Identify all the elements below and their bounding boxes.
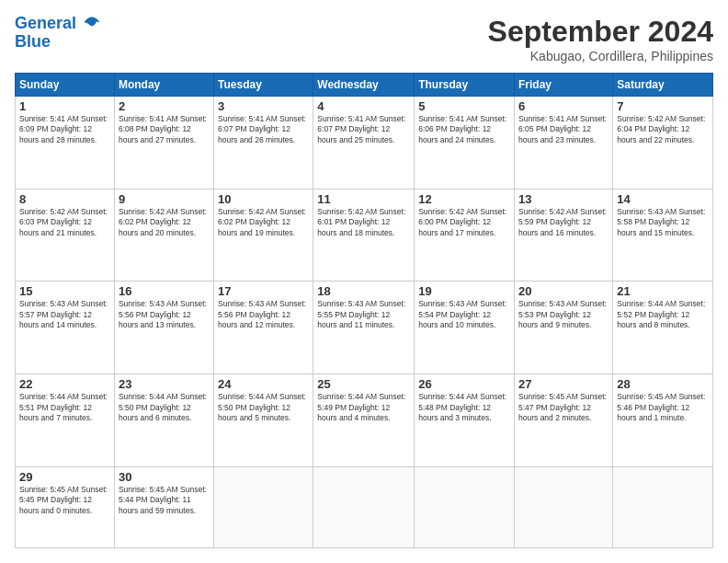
day-number: 25 [317, 377, 410, 391]
day-cell-14: 14Sunrise: 5:43 AM Sunset: 5:58 PM Dayli… [613, 189, 713, 282]
day-cell-7: 7Sunrise: 5:42 AM Sunset: 6:04 PM Daylig… [613, 97, 713, 190]
day-info: Sunrise: 5:44 AM Sunset: 5:50 PM Dayligh… [119, 392, 210, 423]
day-number: 10 [218, 192, 309, 206]
day-info: Sunrise: 5:43 AM Sunset: 5:57 PM Dayligh… [19, 299, 110, 330]
day-cell-20: 20Sunrise: 5:43 AM Sunset: 5:53 PM Dayli… [515, 282, 613, 374]
calendar-week-1: 1Sunrise: 5:41 AM Sunset: 6:09 PM Daylig… [16, 97, 713, 190]
day-number: 20 [518, 284, 609, 298]
calendar-week-5: 29Sunrise: 5:45 AM Sunset: 5:45 PM Dayli… [16, 466, 713, 547]
day-cell-23: 23Sunrise: 5:44 AM Sunset: 5:50 PM Dayli… [114, 374, 213, 467]
day-number: 19 [418, 284, 510, 298]
day-cell-15: 15Sunrise: 5:43 AM Sunset: 5:57 PM Dayli… [16, 282, 115, 374]
day-info: Sunrise: 5:42 AM Sunset: 6:02 PM Dayligh… [119, 207, 210, 238]
day-info: Sunrise: 5:43 AM Sunset: 5:53 PM Dayligh… [518, 299, 609, 330]
empty-cell [313, 466, 415, 547]
day-number: 12 [418, 192, 510, 206]
day-number: 13 [518, 192, 609, 206]
day-number: 15 [19, 284, 110, 298]
day-number: 26 [418, 377, 510, 391]
col-header-friday: Friday [515, 74, 613, 97]
day-info: Sunrise: 5:44 AM Sunset: 5:52 PM Dayligh… [617, 299, 709, 330]
day-cell-26: 26Sunrise: 5:44 AM Sunset: 5:48 PM Dayli… [415, 374, 515, 467]
day-info: Sunrise: 5:42 AM Sunset: 6:02 PM Dayligh… [218, 207, 309, 238]
day-number: 3 [218, 99, 309, 113]
logo-blue: Blue [15, 33, 101, 52]
day-number: 22 [19, 377, 110, 391]
day-cell-8: 8Sunrise: 5:42 AM Sunset: 6:03 PM Daylig… [16, 189, 115, 282]
day-number: 30 [119, 470, 210, 484]
col-header-sunday: Sunday [16, 74, 115, 97]
calendar-week-2: 8Sunrise: 5:42 AM Sunset: 6:03 PM Daylig… [16, 189, 713, 282]
day-info: Sunrise: 5:43 AM Sunset: 5:54 PM Dayligh… [418, 299, 510, 330]
day-info: Sunrise: 5:42 AM Sunset: 6:03 PM Dayligh… [19, 207, 110, 238]
day-info: Sunrise: 5:43 AM Sunset: 5:56 PM Dayligh… [218, 299, 309, 330]
day-number: 7 [617, 99, 709, 113]
day-number: 1 [19, 99, 110, 113]
empty-cell [415, 466, 515, 547]
day-info: Sunrise: 5:44 AM Sunset: 5:50 PM Dayligh… [218, 392, 309, 423]
day-cell-13: 13Sunrise: 5:42 AM Sunset: 5:59 PM Dayli… [515, 189, 613, 282]
calendar-week-4: 22Sunrise: 5:44 AM Sunset: 5:51 PM Dayli… [16, 374, 713, 467]
day-info: Sunrise: 5:41 AM Sunset: 6:07 PM Dayligh… [218, 114, 309, 145]
day-number: 27 [518, 377, 609, 391]
col-header-monday: Monday [114, 74, 213, 97]
day-info: Sunrise: 5:41 AM Sunset: 6:08 PM Dayligh… [119, 114, 210, 145]
day-info: Sunrise: 5:41 AM Sunset: 6:07 PM Dayligh… [317, 114, 410, 145]
day-cell-3: 3Sunrise: 5:41 AM Sunset: 6:07 PM Daylig… [214, 97, 313, 190]
logo-bird-icon [83, 15, 101, 33]
day-cell-22: 22Sunrise: 5:44 AM Sunset: 5:51 PM Dayli… [16, 374, 115, 467]
day-cell-2: 2Sunrise: 5:41 AM Sunset: 6:08 PM Daylig… [114, 97, 213, 190]
col-header-saturday: Saturday [613, 74, 713, 97]
day-number: 5 [418, 99, 510, 113]
calendar: SundayMondayTuesdayWednesdayThursdayFrid… [15, 73, 713, 548]
day-cell-28: 28Sunrise: 5:45 AM Sunset: 5:46 PM Dayli… [613, 374, 713, 467]
empty-cell [515, 466, 613, 547]
day-cell-24: 24Sunrise: 5:44 AM Sunset: 5:50 PM Dayli… [214, 374, 313, 467]
day-cell-16: 16Sunrise: 5:43 AM Sunset: 5:56 PM Dayli… [114, 282, 213, 374]
month-title: September 2024 [488, 15, 713, 49]
day-number: 9 [119, 192, 210, 206]
day-cell-18: 18Sunrise: 5:43 AM Sunset: 5:55 PM Dayli… [313, 282, 415, 374]
day-info: Sunrise: 5:42 AM Sunset: 5:59 PM Dayligh… [518, 207, 609, 238]
day-info: Sunrise: 5:43 AM Sunset: 5:58 PM Dayligh… [617, 207, 709, 238]
day-number: 16 [119, 284, 210, 298]
day-info: Sunrise: 5:42 AM Sunset: 6:04 PM Dayligh… [617, 114, 709, 145]
day-cell-19: 19Sunrise: 5:43 AM Sunset: 5:54 PM Dayli… [415, 282, 515, 374]
day-number: 2 [119, 99, 210, 113]
day-cell-17: 17Sunrise: 5:43 AM Sunset: 5:56 PM Dayli… [214, 282, 313, 374]
day-cell-6: 6Sunrise: 5:41 AM Sunset: 6:05 PM Daylig… [515, 97, 613, 190]
day-number: 14 [617, 192, 709, 206]
day-number: 18 [317, 284, 410, 298]
day-cell-27: 27Sunrise: 5:45 AM Sunset: 5:47 PM Dayli… [515, 374, 613, 467]
day-info: Sunrise: 5:41 AM Sunset: 6:05 PM Dayligh… [518, 114, 609, 145]
calendar-header-row: SundayMondayTuesdayWednesdayThursdayFrid… [16, 74, 713, 97]
day-info: Sunrise: 5:44 AM Sunset: 5:51 PM Dayligh… [19, 392, 110, 423]
location: Kabugao, Cordillera, Philippines [488, 49, 713, 63]
day-info: Sunrise: 5:45 AM Sunset: 5:44 PM Dayligh… [119, 485, 210, 516]
day-cell-10: 10Sunrise: 5:42 AM Sunset: 6:02 PM Dayli… [214, 189, 313, 282]
day-cell-30: 30Sunrise: 5:45 AM Sunset: 5:44 PM Dayli… [114, 466, 213, 547]
day-info: Sunrise: 5:45 AM Sunset: 5:47 PM Dayligh… [518, 392, 609, 423]
day-cell-4: 4Sunrise: 5:41 AM Sunset: 6:07 PM Daylig… [313, 97, 415, 190]
day-info: Sunrise: 5:45 AM Sunset: 5:46 PM Dayligh… [617, 392, 709, 423]
empty-cell [214, 466, 313, 547]
day-cell-9: 9Sunrise: 5:42 AM Sunset: 6:02 PM Daylig… [114, 189, 213, 282]
day-number: 4 [317, 99, 410, 113]
header: General Blue September 2024 Kabugao, Cor… [15, 15, 713, 63]
day-info: Sunrise: 5:41 AM Sunset: 6:06 PM Dayligh… [418, 114, 510, 145]
col-header-wednesday: Wednesday [313, 74, 415, 97]
day-cell-5: 5Sunrise: 5:41 AM Sunset: 6:06 PM Daylig… [415, 97, 515, 190]
day-number: 29 [19, 470, 110, 484]
day-number: 6 [518, 99, 609, 113]
day-number: 11 [317, 192, 410, 206]
day-cell-11: 11Sunrise: 5:42 AM Sunset: 6:01 PM Dayli… [313, 189, 415, 282]
title-block: September 2024 Kabugao, Cordillera, Phil… [488, 15, 713, 63]
day-cell-29: 29Sunrise: 5:45 AM Sunset: 5:45 PM Dayli… [16, 466, 115, 547]
day-number: 17 [218, 284, 309, 298]
day-cell-1: 1Sunrise: 5:41 AM Sunset: 6:09 PM Daylig… [16, 97, 115, 190]
day-cell-12: 12Sunrise: 5:42 AM Sunset: 6:00 PM Dayli… [415, 189, 515, 282]
day-cell-25: 25Sunrise: 5:44 AM Sunset: 5:49 PM Dayli… [313, 374, 415, 467]
day-info: Sunrise: 5:44 AM Sunset: 5:48 PM Dayligh… [418, 392, 510, 423]
day-cell-21: 21Sunrise: 5:44 AM Sunset: 5:52 PM Dayli… [613, 282, 713, 374]
day-number: 23 [119, 377, 210, 391]
